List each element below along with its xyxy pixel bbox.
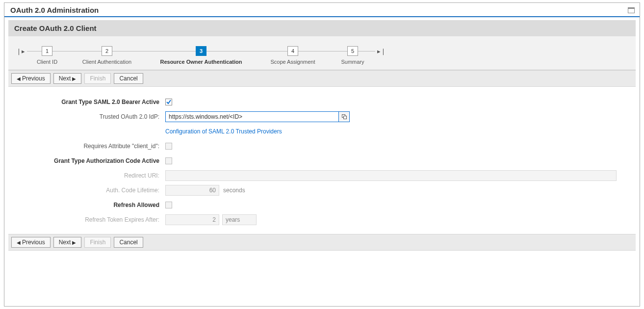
auth-code-lifetime-unit: seconds — [222, 187, 245, 194]
page-title: OAuth 2.0 Administration — [10, 6, 628, 14]
page-header: OAuth 2.0 Administration — [4, 3, 640, 17]
refresh-expires-unit-select: years — [222, 214, 257, 225]
wizard-step-label-3: Resource Owner Authentication — [160, 59, 242, 65]
trusted-idp-input[interactable] — [166, 112, 338, 122]
nav-bar-bottom: ◀Previous Next▶ Finish Cancel — [8, 234, 636, 251]
wizard-step-num-2: 2 — [105, 48, 108, 54]
previous-button-bottom[interactable]: ◀Previous — [11, 237, 51, 248]
link-saml-config[interactable]: Configuration of SAML 2.0 Trusted Provid… — [165, 128, 282, 135]
app-main-panel: OAuth 2.0 Administration Create OAuth 2.… — [4, 2, 640, 307]
wizard-step-label-4: Scope Assignment — [270, 59, 315, 65]
wizard-step-num-1: 1 — [46, 48, 49, 54]
wizard-step-client-auth[interactable]: 2 Client Authentication — [102, 46, 112, 56]
wizard-step-num-3: 3 — [200, 48, 203, 54]
wizard-step-num-4: 4 — [291, 48, 294, 54]
refresh-expires-input — [165, 214, 219, 225]
content-area: Create OAuth 2.0 Client ❘▸ 1 Client ID 2… — [4, 17, 640, 306]
checkbox-refresh-allowed[interactable] — [165, 202, 172, 208]
wizard-step-resource-owner-auth[interactable]: 3 Resource Owner Authentication — [196, 46, 206, 56]
cancel-button[interactable]: Cancel — [114, 73, 143, 84]
finish-button-bottom: Finish — [84, 237, 111, 248]
checkbox-saml-bearer[interactable] — [165, 99, 172, 105]
section-title: Create OAuth 2.0 Client — [8, 20, 636, 36]
chevron-right-icon: ▶ — [72, 240, 76, 245]
window-icon[interactable] — [628, 7, 635, 13]
label-requires-client-id: Requires Attribute "client_id": — [8, 143, 165, 150]
auth-code-lifetime-input — [165, 185, 219, 196]
label-refresh-allowed: Refresh Allowed — [8, 202, 165, 208]
label-refresh-expires: Refresh Token Expires After: — [8, 216, 165, 223]
wizard-step-label-1: Client ID — [37, 59, 57, 65]
wizard-step-num-5: 5 — [351, 48, 354, 54]
redirect-uri-input — [165, 170, 617, 181]
previous-button[interactable]: ◀Previous — [11, 73, 51, 84]
chevron-right-icon: ▶ — [72, 76, 76, 81]
wizard-start-icon: ❘▸ — [14, 48, 27, 55]
value-help-icon — [342, 114, 347, 119]
label-auth-code: Grant Type Authorization Code Active — [8, 157, 165, 164]
finish-button: Finish — [84, 73, 111, 84]
wizard-step-client-id[interactable]: 1 Client ID — [42, 46, 52, 56]
cancel-button-bottom[interactable]: Cancel — [114, 237, 143, 248]
label-redirect-uri: Redirect URI: — [8, 172, 165, 179]
value-help-button[interactable] — [338, 112, 349, 122]
checkbox-requires-client-id[interactable] — [165, 143, 172, 150]
checkbox-auth-code[interactable] — [165, 157, 172, 164]
wizard-stepper: ❘▸ 1 Client ID 2 Client Authentication 3… — [8, 36, 636, 70]
chevron-left-icon: ◀ — [17, 240, 21, 245]
label-auth-code-lifetime: Auth. Code Lifetime: — [8, 187, 165, 194]
wizard-step-scope[interactable]: 4 Scope Assignment — [287, 46, 298, 56]
label-saml-bearer: Grant Type SAML 2.0 Bearer Active — [8, 99, 165, 105]
wizard-end-icon: ▸❘ — [375, 48, 388, 55]
form-area: Grant Type SAML 2.0 Bearer Active Truste… — [4, 87, 640, 234]
next-button[interactable]: Next▶ — [53, 73, 82, 84]
wizard-step-label-5: Summary — [341, 59, 364, 65]
wizard-step-summary[interactable]: 5 Summary — [347, 46, 358, 56]
nav-bar-top: ◀Previous Next▶ Finish Cancel — [8, 70, 636, 87]
label-trusted-idp: Trusted OAuth 2.0 IdP: — [8, 113, 165, 120]
next-button-bottom[interactable]: Next▶ — [53, 237, 82, 248]
trusted-idp-field — [165, 111, 350, 122]
wizard-step-label-2: Client Authentication — [82, 59, 131, 65]
chevron-left-icon: ◀ — [17, 76, 21, 81]
